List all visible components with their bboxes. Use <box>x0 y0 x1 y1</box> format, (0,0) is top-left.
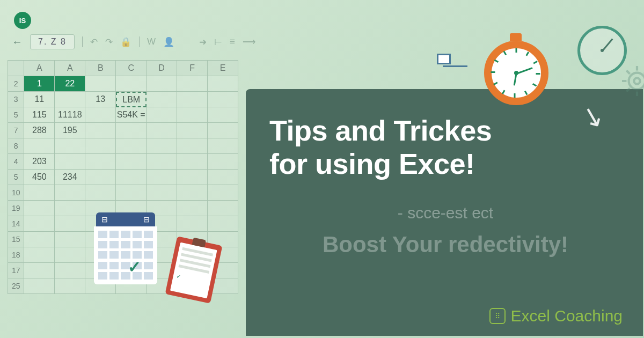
grid-cell[interactable]: 195 <box>55 123 85 138</box>
grid-cell[interactable] <box>55 92 85 107</box>
arrow-icon[interactable]: ➜ <box>199 36 207 48</box>
grid-cell[interactable] <box>208 216 238 232</box>
undo-icon[interactable]: ↶ <box>90 36 98 48</box>
grid-cell[interactable] <box>177 76 208 92</box>
row-header[interactable]: 10 <box>8 185 24 201</box>
grid-cell[interactable] <box>116 138 147 154</box>
grid-cell[interactable] <box>85 138 116 154</box>
row-header[interactable]: 3 <box>8 92 24 107</box>
grid-cell[interactable]: 13 <box>85 92 116 107</box>
grid-cell[interactable]: 11118 <box>55 107 85 123</box>
grid-cell[interactable] <box>177 107 208 123</box>
grid-cell[interactable] <box>147 154 177 170</box>
grid-cell[interactable] <box>55 232 85 247</box>
grid-cell[interactable] <box>177 185 208 201</box>
grid-cell[interactable]: S54K = <box>116 107 147 123</box>
row-header[interactable]: 7 <box>8 123 24 138</box>
grid-cell[interactable]: 203 <box>24 154 55 170</box>
row-header[interactable]: 15 <box>8 232 24 247</box>
grid-cell[interactable] <box>116 170 147 185</box>
grid-cell[interactable] <box>24 216 55 232</box>
grid-cell[interactable] <box>177 216 208 232</box>
column-header[interactable]: F <box>177 61 208 76</box>
grid-cell[interactable] <box>147 170 177 185</box>
grid-cell[interactable] <box>208 170 238 185</box>
grid-cell[interactable]: 11 <box>24 92 55 107</box>
grid-cell[interactable] <box>85 76 116 92</box>
grid-cell[interactable] <box>208 92 238 107</box>
grid-cell[interactable] <box>208 123 238 138</box>
grid-cell[interactable] <box>116 154 147 170</box>
lock-icon[interactable]: 🔒 <box>120 36 131 48</box>
column-header[interactable]: D <box>147 61 177 76</box>
grid-cell[interactable]: 22 <box>55 76 85 92</box>
grid-cell[interactable] <box>177 92 208 107</box>
grid-cell[interactable] <box>55 247 85 263</box>
grid-cell[interactable] <box>177 201 208 216</box>
grid-cell[interactable] <box>208 201 238 216</box>
grid-cell[interactable] <box>147 92 177 107</box>
grid-cell[interactable] <box>177 154 208 170</box>
grid-cell[interactable] <box>177 123 208 138</box>
grid-cell[interactable] <box>208 154 238 170</box>
arrow-right-icon[interactable]: ⟶ <box>243 36 255 48</box>
grid-cell[interactable]: 115 <box>24 107 55 123</box>
grid-cell[interactable] <box>147 138 177 154</box>
row-header[interactable]: 4 <box>8 154 24 170</box>
grid-cell[interactable]: 1 <box>24 76 55 92</box>
column-header[interactable]: A <box>55 61 85 76</box>
column-header[interactable]: E <box>208 61 238 76</box>
grid-cell[interactable] <box>177 138 208 154</box>
grid-cell[interactable]: 288 <box>24 123 55 138</box>
grid-cell[interactable] <box>147 107 177 123</box>
grid-cell[interactable] <box>55 138 85 154</box>
grid-cell[interactable] <box>55 216 85 232</box>
grid-cell[interactable] <box>55 185 85 201</box>
grid-cell[interactable]: 450 <box>24 170 55 185</box>
grid-cell[interactable] <box>208 185 238 201</box>
grid-cell[interactable] <box>85 170 116 185</box>
align-center-icon[interactable]: ≡ <box>230 36 235 47</box>
grid-cell[interactable] <box>208 76 238 92</box>
letter-w-icon[interactable]: W <box>147 36 156 47</box>
column-header[interactable]: C <box>116 61 147 76</box>
grid-cell[interactable] <box>24 185 55 201</box>
grid-cell[interactable]: LBM <box>116 92 147 107</box>
grid-cell[interactable] <box>147 123 177 138</box>
grid-cell[interactable] <box>24 247 55 263</box>
row-header[interactable]: 8 <box>8 138 24 154</box>
grid-cell[interactable] <box>147 76 177 92</box>
row-header[interactable]: 5 <box>8 170 24 185</box>
column-header[interactable]: B <box>85 61 116 76</box>
grid-cell[interactable] <box>85 123 116 138</box>
grid-cell[interactable] <box>24 278 55 294</box>
grid-cell[interactable] <box>85 154 116 170</box>
grid-cell[interactable] <box>85 185 116 201</box>
grid-cell[interactable] <box>24 263 55 278</box>
back-icon[interactable]: ← <box>12 36 23 48</box>
grid-cell[interactable] <box>55 278 85 294</box>
row-header[interactable]: 14 <box>8 216 24 232</box>
row-header[interactable]: 25 <box>8 278 24 294</box>
name-box[interactable]: 7. Z 8 <box>30 34 75 49</box>
row-header[interactable]: 19 <box>8 201 24 216</box>
corner-cell[interactable] <box>8 61 24 76</box>
grid-cell[interactable]: 234 <box>55 170 85 185</box>
grid-cell[interactable] <box>116 123 147 138</box>
redo-icon[interactable]: ↷ <box>105 36 113 48</box>
person-icon[interactable]: 👤 <box>163 36 174 48</box>
row-header[interactable]: 18 <box>8 247 24 263</box>
grid-cell[interactable] <box>24 232 55 247</box>
grid-cell[interactable] <box>55 263 85 278</box>
grid-cell[interactable] <box>116 76 147 92</box>
grid-cell[interactable] <box>24 201 55 216</box>
row-header[interactable]: 17 <box>8 263 24 278</box>
row-header[interactable]: 5 <box>8 107 24 123</box>
grid-cell[interactable] <box>85 107 116 123</box>
grid-cell[interactable] <box>24 138 55 154</box>
column-header[interactable]: A <box>24 61 55 76</box>
align-left-icon[interactable]: ⊢ <box>214 36 222 48</box>
grid-cell[interactable] <box>116 185 147 201</box>
grid-cell[interactable] <box>208 107 238 123</box>
grid-cell[interactable] <box>147 185 177 201</box>
